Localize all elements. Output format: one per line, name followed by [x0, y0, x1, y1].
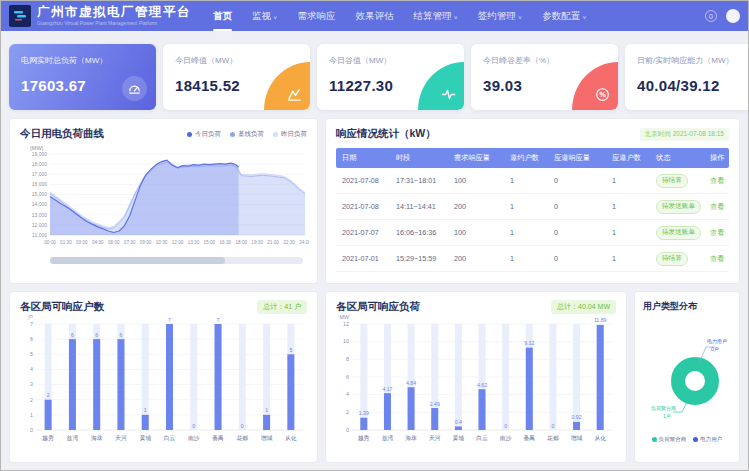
- bar-4[interactable]: [455, 426, 462, 430]
- table-cell: 1: [606, 228, 650, 237]
- bar-5[interactable]: [166, 324, 173, 430]
- bar-2[interactable]: [408, 387, 415, 430]
- svg-text:0: 0: [241, 423, 244, 429]
- svg-text:7: 7: [168, 317, 171, 323]
- svg-text:11.89: 11.89: [594, 317, 607, 323]
- svg-text:13,000: 13,000: [32, 212, 48, 218]
- nav-item-3[interactable]: 效果评估: [355, 1, 393, 31]
- view-link[interactable]: 查看: [710, 254, 724, 263]
- legend-label: 基线负荷: [238, 130, 264, 139]
- topbar-right: 0: [705, 9, 740, 23]
- svg-text:0: 0: [192, 423, 195, 429]
- donut-slice-aggregator[interactable]: [678, 364, 712, 398]
- svg-text:10: 10: [343, 338, 349, 344]
- column-header-0: 日期: [336, 153, 390, 163]
- load-curve-panel: 今日用电负荷曲线 今日负荷基线负荷昨日负荷 (MW) 19,00018,0001…: [9, 118, 318, 284]
- district-users-total-badge: 总计：41 户: [257, 300, 307, 314]
- notification-badge[interactable]: 0: [705, 10, 717, 22]
- bar-9[interactable]: [263, 415, 270, 430]
- kpi-label: 今日谷值（MW）: [329, 55, 452, 66]
- svg-text:0: 0: [551, 423, 554, 429]
- bar-2[interactable]: [93, 339, 100, 430]
- bar-4[interactable]: [142, 415, 149, 430]
- datazoom-slider[interactable]: [50, 257, 303, 264]
- bar-1[interactable]: [384, 393, 391, 430]
- svg-text:0.4: 0.4: [455, 419, 462, 425]
- legend-item-2[interactable]: 昨日负荷: [273, 130, 307, 139]
- nav-item-2[interactable]: 需求响应: [297, 1, 335, 31]
- table-cell: 200: [448, 254, 504, 263]
- svg-text:5: 5: [30, 351, 33, 357]
- bar-10[interactable]: [597, 325, 604, 430]
- avatar[interactable]: [726, 9, 740, 23]
- bar-1[interactable]: [69, 339, 76, 430]
- bar-0[interactable]: [360, 418, 367, 430]
- view-link[interactable]: 查看: [710, 228, 724, 237]
- svg-text:花都: 花都: [237, 435, 249, 442]
- legend-item-power-user[interactable]: 电力用户: [693, 436, 722, 443]
- svg-text:南沙: 南沙: [500, 435, 512, 442]
- svg-text:09:00: 09:00: [140, 240, 152, 245]
- svg-text:03:00: 03:00: [76, 240, 88, 245]
- bar-7[interactable]: [526, 348, 533, 430]
- datazoom-range[interactable]: [50, 257, 225, 264]
- svg-text:2.49: 2.49: [430, 401, 440, 407]
- chevron-down-icon: ∨: [453, 13, 457, 19]
- bar-3[interactable]: [117, 339, 124, 430]
- legend-item-0[interactable]: 今日负荷: [187, 130, 221, 139]
- table-cell: 2021-07-07: [336, 228, 390, 237]
- svg-text:5: 5: [289, 347, 292, 353]
- top-navbar: 广州市虚拟电厂管理平台 Guangzhou Virtual Power Plan…: [1, 1, 748, 31]
- chevron-down-icon: ∨: [582, 13, 586, 19]
- kpi-card-grid-realtime-load: 电网实时总负荷（MW） 17603.67: [9, 44, 156, 110]
- view-link[interactable]: 查看: [710, 202, 724, 211]
- bar-7[interactable]: [215, 324, 222, 430]
- svg-text:白云: 白云: [476, 435, 488, 442]
- table-cell: 1: [606, 176, 650, 185]
- nav-item-1[interactable]: 监视∨: [252, 1, 277, 31]
- svg-text:花都: 花都: [547, 435, 559, 442]
- nav-item-5[interactable]: 签约管理∨: [478, 1, 522, 31]
- svg-text:8: 8: [346, 356, 349, 362]
- district-users-title: 各区局可响应户数: [20, 300, 104, 314]
- callout-aggregator-count: 1户: [663, 413, 671, 419]
- svg-text:2: 2: [30, 397, 33, 403]
- nav-item-6[interactable]: 参数配置∨: [542, 1, 586, 31]
- nav-item-0[interactable]: 首页: [213, 1, 232, 31]
- column-header-7: 操作: [704, 153, 729, 163]
- callout-power-user-count: 0户: [711, 346, 719, 352]
- kpi-card-today-peak: 今日峰值（MW） 18415.52: [163, 44, 310, 110]
- legend-dot: [273, 132, 278, 137]
- load-curve-legend: 今日负荷基线负荷昨日负荷: [187, 130, 307, 139]
- series-area-0: [50, 160, 239, 235]
- nav-item-4[interactable]: 结算管理∨: [413, 1, 457, 31]
- nav-item-label: 需求响应: [297, 10, 335, 23]
- bar-3[interactable]: [431, 408, 438, 430]
- table-cell: 14:11~14:41: [390, 202, 448, 211]
- svg-text:01:30: 01:30: [60, 240, 72, 245]
- table-cell: 待发送账单: [650, 226, 704, 240]
- legend-label: 负荷聚合商: [659, 436, 687, 443]
- main-nav: 首页监视∨需求响应效果评估结算管理∨签约管理∨参数配置∨: [213, 1, 587, 31]
- bar-5[interactable]: [479, 389, 486, 430]
- svg-text:荔湾: 荔湾: [382, 435, 394, 442]
- nav-item-label: 监视: [252, 10, 271, 23]
- svg-text:1: 1: [30, 412, 33, 418]
- svg-text:从化: 从化: [594, 435, 606, 442]
- brand: 广州市虚拟电厂管理平台 Guangzhou Virtual Power Plan…: [37, 6, 191, 26]
- legend-item-aggregator[interactable]: 负荷聚合商: [652, 436, 687, 443]
- svg-text:海珠: 海珠: [91, 435, 103, 442]
- bar-10[interactable]: [287, 354, 294, 430]
- svg-text:4.84: 4.84: [406, 380, 416, 386]
- svg-text:番禺: 番禺: [523, 434, 535, 442]
- svg-text:0: 0: [504, 423, 507, 429]
- svg-text:06:00: 06:00: [108, 240, 120, 245]
- kpi-row: 电网实时总负荷（MW） 17603.67 今日峰值（MW） 18415.52: [9, 44, 740, 110]
- svg-text:16,000: 16,000: [32, 181, 48, 187]
- bar-9[interactable]: [573, 422, 580, 430]
- legend-item-1[interactable]: 基线负荷: [230, 130, 264, 139]
- view-link[interactable]: 查看: [710, 176, 724, 185]
- svg-text:00:00: 00:00: [44, 240, 56, 245]
- bar-0[interactable]: [45, 400, 52, 430]
- app-subtitle: Guangzhou Virtual Power Plant Management…: [37, 21, 191, 26]
